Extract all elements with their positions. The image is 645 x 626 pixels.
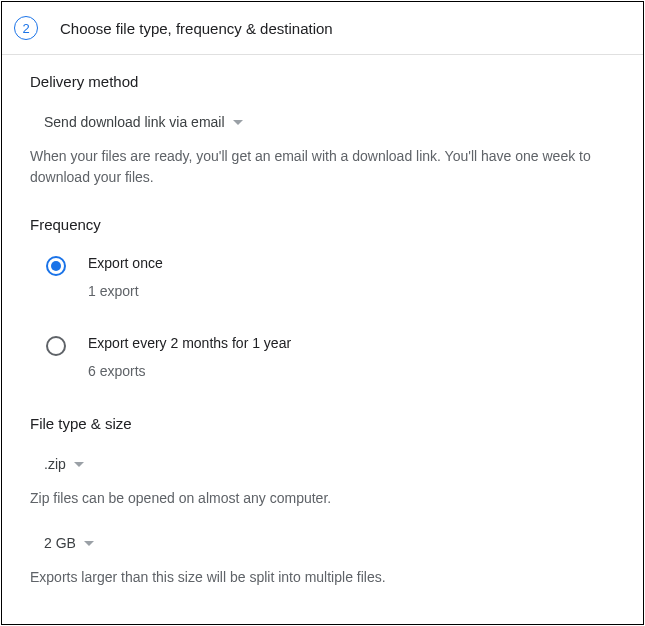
step-number-badge: 2: [14, 16, 38, 40]
radio-button-selected-icon: [46, 256, 66, 276]
chevron-down-icon: [74, 462, 84, 467]
file-type-dropdown[interactable]: .zip: [44, 454, 84, 474]
frequency-title: Frequency: [30, 216, 615, 233]
chevron-down-icon: [233, 120, 243, 125]
step-title: Choose file type, frequency & destinatio…: [60, 20, 333, 37]
file-type-help: Zip files can be opened on almost any co…: [30, 488, 615, 509]
file-type-selected: .zip: [44, 456, 66, 472]
file-size-help: Exports larger than this size will be sp…: [30, 567, 615, 588]
step-content: Delivery method Send download link via e…: [2, 55, 643, 588]
step-number: 2: [22, 21, 29, 36]
frequency-section: Frequency Export once 1 export Export ev…: [30, 216, 615, 379]
frequency-option-once-label: Export once: [88, 255, 163, 271]
delivery-method-section: Delivery method Send download link via e…: [30, 73, 615, 188]
chevron-down-icon: [84, 541, 94, 546]
file-size-selected: 2 GB: [44, 535, 76, 551]
step-header: 2 Choose file type, frequency & destinat…: [2, 2, 643, 55]
frequency-option-once-sublabel: 1 export: [88, 283, 163, 299]
file-type-size-section: File type & size .zip Zip files can be o…: [30, 415, 615, 588]
frequency-option-bimonthly[interactable]: Export every 2 months for 1 year 6 expor…: [30, 335, 615, 379]
frequency-radio-group: Export once 1 export Export every 2 mont…: [30, 255, 615, 379]
delivery-method-selected: Send download link via email: [44, 114, 225, 130]
delivery-method-help: When your files are ready, you'll get an…: [30, 146, 615, 188]
delivery-method-title: Delivery method: [30, 73, 615, 90]
frequency-option-bimonthly-label: Export every 2 months for 1 year: [88, 335, 291, 351]
frequency-option-once[interactable]: Export once 1 export: [30, 255, 615, 299]
delivery-method-dropdown[interactable]: Send download link via email: [44, 112, 243, 132]
radio-button-unselected-icon: [46, 336, 66, 356]
file-type-size-title: File type & size: [30, 415, 615, 432]
export-settings-panel: 2 Choose file type, frequency & destinat…: [1, 1, 644, 625]
file-size-dropdown[interactable]: 2 GB: [44, 533, 94, 553]
frequency-option-bimonthly-sublabel: 6 exports: [88, 363, 291, 379]
